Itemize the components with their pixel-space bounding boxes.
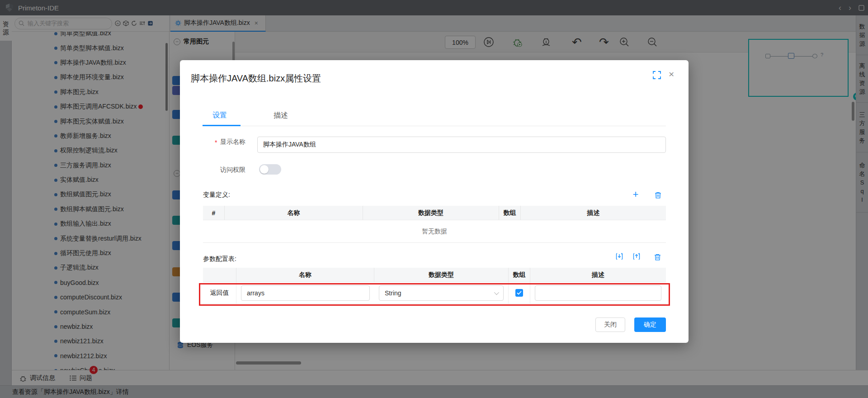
fullscreen-icon[interactable] bbox=[653, 71, 661, 79]
column-header bbox=[203, 268, 236, 282]
export-params-icon[interactable] bbox=[632, 252, 641, 261]
delete-param-icon[interactable] bbox=[653, 252, 662, 261]
display-name-label: 显示名称 bbox=[220, 138, 245, 146]
add-variable-icon[interactable]: + bbox=[631, 190, 640, 199]
column-header: 数据类型 bbox=[374, 268, 509, 282]
param-name-input[interactable] bbox=[241, 285, 370, 301]
column-header: 数组 bbox=[499, 206, 521, 220]
param-type-value: String bbox=[385, 289, 401, 297]
access-permission-toggle[interactable] bbox=[259, 164, 281, 175]
active-tab-indicator bbox=[203, 125, 241, 126]
column-header: 名称 bbox=[236, 268, 374, 282]
params-section-label: 参数配置表: bbox=[203, 255, 236, 263]
param-row: 返回值 String bbox=[203, 282, 666, 304]
column-header: 数组 bbox=[509, 268, 530, 282]
chevron-down-icon bbox=[494, 289, 499, 294]
delete-variable-icon[interactable] bbox=[653, 190, 662, 199]
close-icon[interactable]: × bbox=[669, 69, 674, 79]
column-header: 描述 bbox=[521, 206, 666, 220]
column-header: # bbox=[203, 206, 225, 220]
variables-table-header: #名称数据类型数组描述 bbox=[203, 206, 666, 220]
dialog-title: 脚本操作JAVA数组.bizx属性设置 bbox=[191, 72, 321, 85]
param-description-input[interactable] bbox=[535, 285, 661, 301]
properties-dialog: 脚本操作JAVA数组.bizx属性设置 × 设置 描述 * 显示名称 访问权限 … bbox=[180, 60, 689, 343]
close-button[interactable]: 关闭 bbox=[595, 317, 625, 332]
params-table-header: 名称数据类型数组描述 bbox=[203, 268, 666, 282]
app-window: Primeton-IDE ‹ › 资源 AI 简单类型赋值.bizx简单类型脚本… bbox=[0, 0, 868, 398]
tab-description[interactable]: 描述 bbox=[274, 111, 288, 120]
column-header: 数据类型 bbox=[363, 206, 499, 220]
param-array-checkbox[interactable] bbox=[515, 289, 523, 297]
column-header: 描述 bbox=[530, 268, 666, 282]
param-type-select[interactable]: String bbox=[379, 285, 504, 301]
column-header: 名称 bbox=[225, 206, 363, 220]
tab-divider bbox=[203, 126, 666, 126]
toggle-knob bbox=[260, 165, 269, 174]
access-permission-label: 访问权限 bbox=[220, 166, 245, 174]
variables-section-label: 变量定义: bbox=[203, 191, 230, 199]
required-mark: * bbox=[215, 139, 217, 146]
import-params-icon[interactable] bbox=[615, 252, 624, 261]
variables-empty-text: 暂无数据 bbox=[203, 220, 666, 243]
param-row-label: 返回值 bbox=[210, 289, 229, 297]
tab-settings[interactable]: 设置 bbox=[212, 111, 227, 120]
confirm-button[interactable]: 确定 bbox=[634, 317, 666, 332]
display-name-input[interactable] bbox=[257, 137, 666, 153]
